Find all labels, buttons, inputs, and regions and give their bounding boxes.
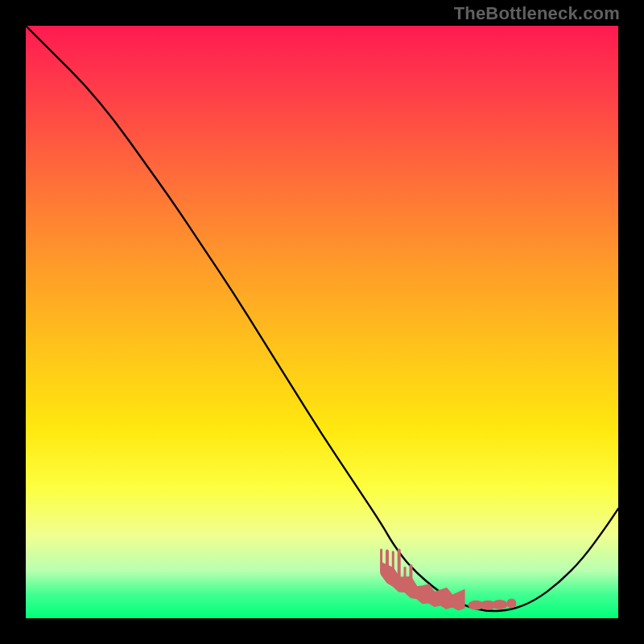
- marker-detached-blob: [492, 600, 508, 609]
- marker-cluster-group: [382, 550, 517, 610]
- curve-svg: [26, 26, 618, 618]
- bottleneck-curve-line: [26, 26, 618, 611]
- watermark-text: TheBottleneck.com: [454, 3, 620, 24]
- chart-frame: [26, 26, 618, 618]
- marker-detached-blob: [507, 599, 517, 609]
